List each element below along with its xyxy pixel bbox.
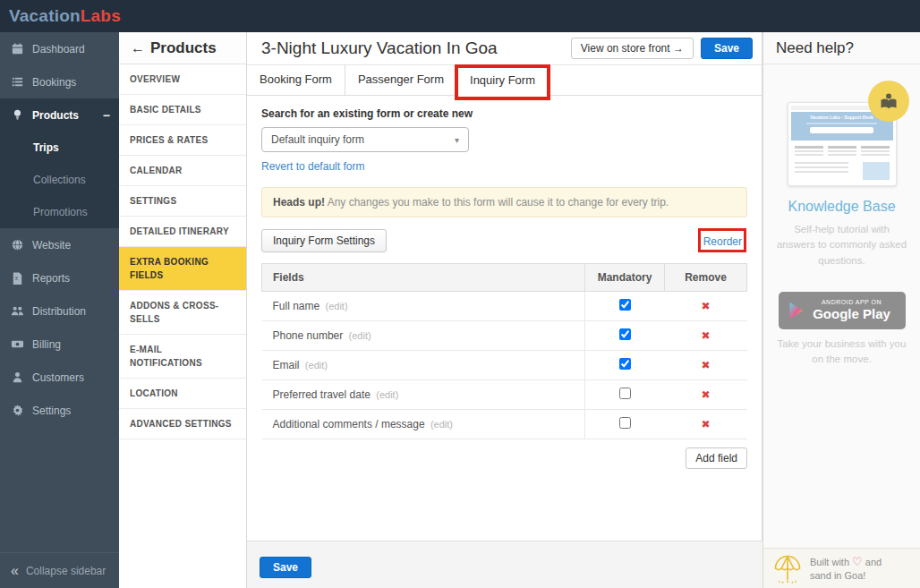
users-icon <box>11 304 24 318</box>
subnav-item-overview[interactable]: OVERVIEW <box>119 64 246 95</box>
sidebar-item-dashboard[interactable]: Dashboard <box>0 32 119 65</box>
calendar-icon <box>11 42 24 55</box>
mandatory-checkbox[interactable] <box>619 358 631 370</box>
column-header-fields: Fields <box>262 264 585 292</box>
mandatory-checkbox[interactable] <box>619 299 631 311</box>
google-play-triangle-icon <box>786 301 805 320</box>
sidebar-item-label: Reports <box>32 272 70 285</box>
inquiry-form-settings-button[interactable]: Inquiry Form Settings <box>261 229 387 252</box>
alert-text: Any changes you make to this form will c… <box>325 196 669 209</box>
edit-link[interactable]: (edit) <box>430 419 453 430</box>
tab-inquiry-form-label: Inquiry Form <box>470 73 535 87</box>
field-label: Full name <box>273 300 320 312</box>
vacationlabs-logo[interactable]: VacationLabs <box>9 6 121 26</box>
tab-booking-form[interactable]: Booking Form <box>247 64 345 95</box>
table-row: Preferred travel date (edit) ✖ <box>262 380 747 410</box>
sidebar-item-label: Settings <box>32 405 71 417</box>
subnav-item-advanced-settings[interactable]: ADVANCED SETTINGS <box>119 409 246 439</box>
report-file-icon: x <box>11 271 24 285</box>
thumbnail-search-bar <box>810 127 873 133</box>
subnav-item-basic-details[interactable]: BASIC DETAILS <box>119 95 246 125</box>
edit-link[interactable]: (edit) <box>326 301 348 311</box>
revert-to-default-link[interactable]: Revert to default form <box>261 160 364 173</box>
view-on-storefront-button[interactable]: View on store front → <box>571 38 694 59</box>
sidebar-item-promotions[interactable]: Promotions <box>0 196 119 228</box>
sidebar-subitem-label: Collections <box>33 174 86 186</box>
collapse-minus-icon[interactable]: − <box>103 108 110 123</box>
remove-field-icon[interactable]: ✖ <box>701 359 710 371</box>
subnav-item-calendar[interactable]: CALENDAR <box>119 156 246 186</box>
sidebar-item-label: Website <box>32 239 71 251</box>
sidebar-item-trips[interactable]: Trips <box>0 132 119 164</box>
sidebar-item-billing[interactable]: Billing <box>0 328 119 361</box>
subnav-item-prices-rates[interactable]: PRICES & RATES <box>119 125 246 156</box>
subnav-item-location[interactable]: LOCATION <box>119 379 246 409</box>
table-header-row: Fields Mandatory Remove <box>262 264 747 292</box>
knowledge-base-description: Self-help tutorial with answers to commo… <box>776 222 907 268</box>
knowledge-base-link[interactable]: Knowledge Base <box>776 199 907 215</box>
products-back-label: Products <box>150 39 217 57</box>
logo-vacation-text: Vacation <box>9 6 81 25</box>
footer-text-line2: sand in Goa! <box>810 570 865 581</box>
mandatory-checkbox[interactable] <box>619 388 631 399</box>
column-header-remove: Remove <box>665 264 747 292</box>
collapse-sidebar-button[interactable]: « Collapse sidebar <box>0 552 119 588</box>
remove-field-icon[interactable]: ✖ <box>701 300 710 312</box>
remove-field-icon[interactable]: ✖ <box>701 388 710 401</box>
remove-field-icon[interactable]: ✖ <box>701 418 710 430</box>
google-play-badge[interactable]: ANDROID APP ON Google Play <box>779 292 906 329</box>
double-chevron-left-icon: « <box>11 563 19 579</box>
table-toolbar: Inquiry Form Settings Reorder <box>261 229 747 252</box>
products-group: Products − Trips Collections Promotions <box>0 98 119 228</box>
logo-labs-text: Labs <box>81 6 121 25</box>
sidebar-item-settings[interactable]: Settings <box>0 394 119 427</box>
field-label: Email <box>273 359 300 371</box>
sidebar-item-products[interactable]: Products − <box>0 98 119 132</box>
inquiry-form-select[interactable]: Default inquiry form ▾ <box>261 127 469 152</box>
sidebar-item-bookings[interactable]: Bookings <box>0 65 119 98</box>
tab-inquiry-form[interactable]: Inquiry Form <box>457 65 549 96</box>
product-header: 3-Night Luxury Vacation In Goa View on s… <box>247 32 762 65</box>
edit-link[interactable]: (edit) <box>305 360 328 371</box>
save-button-top[interactable]: Save <box>701 38 753 59</box>
google-play-description: Take your business with you on the move. <box>776 337 907 368</box>
save-button-bottom[interactable]: Save <box>260 557 311 578</box>
sidebar-item-label: Distribution <box>32 305 86 318</box>
add-field-button[interactable]: Add field <box>686 447 747 469</box>
subnav-item-email-notifications[interactable]: E-MAIL NOTIFICATIONS <box>119 335 246 379</box>
reorder-link[interactable]: Reorder <box>703 235 742 248</box>
lightbulb-icon <box>11 108 24 122</box>
need-help-heading: Need help? <box>763 32 920 64</box>
knowledge-base-card[interactable]: Vacation Labs - Support Desk <box>788 102 897 186</box>
column-header-mandatory: Mandatory <box>585 264 665 292</box>
sidebar-item-customers[interactable]: Customers <box>0 361 119 394</box>
edit-link[interactable]: (edit) <box>349 330 371 341</box>
subnav-item-extra-booking-fields[interactable]: EXTRA BOOKING FIELDS <box>119 247 246 291</box>
fields-table: Fields Mandatory Remove Full name (edit)… <box>261 263 747 439</box>
inquiry-form-panel: Search for an existing form or create ne… <box>247 96 762 469</box>
footer-text-pre: Built with <box>810 557 849 567</box>
tab-passenger-form[interactable]: Passenger Form <box>345 64 457 95</box>
table-row: Additional comments / message (edit) ✖ <box>262 410 747 439</box>
main-sidebar: Dashboard Bookings Products − Trips Coll… <box>0 32 119 588</box>
chevron-down-icon: ▾ <box>455 135 459 145</box>
subnav-item-settings[interactable]: SETTINGS <box>119 186 246 217</box>
google-play-label: Google Play <box>805 306 899 321</box>
mandatory-checkbox[interactable] <box>619 328 631 340</box>
remove-field-icon[interactable]: ✖ <box>701 329 710 342</box>
products-back-header[interactable]: ← Products <box>119 32 246 64</box>
sidebar-item-distribution[interactable]: Distribution <box>0 294 119 328</box>
edit-link[interactable]: (edit) <box>376 389 398 400</box>
alert-bold-text: Heads up! <box>273 196 325 209</box>
select-value: Default inquiry form <box>271 133 364 146</box>
subnav-item-detailed-itinerary[interactable]: DETAILED ITINERARY <box>119 217 246 247</box>
sidebar-item-website[interactable]: Website <box>0 228 119 261</box>
main-content: 3-Night Luxury Vacation In Goa View on s… <box>247 32 762 588</box>
subnav-item-addons-cross-sells[interactable]: ADDONS & CROSS-SELLS <box>119 291 246 335</box>
table-row: Full name (edit) ✖ <box>262 292 747 321</box>
mandatory-checkbox[interactable] <box>619 417 631 429</box>
back-arrow-icon: ← <box>131 40 145 56</box>
field-label: Additional comments / message <box>273 418 425 430</box>
sidebar-item-reports[interactable]: x Reports <box>0 261 119 294</box>
sidebar-item-collections[interactable]: Collections <box>0 164 119 196</box>
